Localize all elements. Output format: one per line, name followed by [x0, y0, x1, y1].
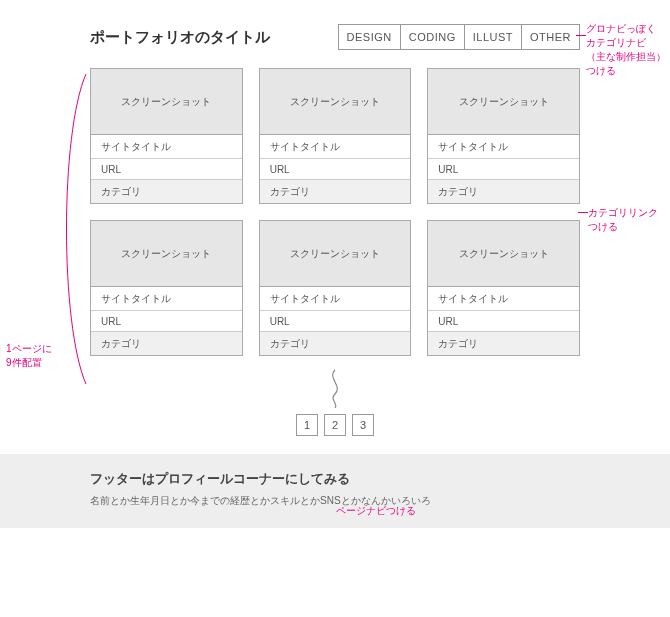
- footer: フッターはプロフィールコーナーにしてみる 名前とか生年月日とか今までの経歴とかス…: [0, 454, 670, 528]
- site-title: サイトタイトル: [428, 287, 579, 311]
- site-url: URL: [260, 159, 411, 180]
- site-title: サイトタイトル: [428, 135, 579, 159]
- site-url: URL: [91, 159, 242, 180]
- site-category[interactable]: カテゴリ: [260, 180, 411, 203]
- portfolio-grid: スクリーンショット サイトタイトル URL カテゴリ スクリーンショット サイト…: [90, 68, 580, 356]
- site-title: サイトタイトル: [260, 287, 411, 311]
- page-3[interactable]: 3: [352, 414, 374, 436]
- site-title: サイトタイトル: [91, 135, 242, 159]
- portfolio-card[interactable]: スクリーンショット サイトタイトル URL カテゴリ: [259, 68, 412, 204]
- screenshot-area: スクリーンショット: [428, 221, 579, 287]
- nav-design[interactable]: DESIGN: [338, 24, 401, 50]
- portfolio-card[interactable]: スクリーンショット サイトタイトル URL カテゴリ: [259, 220, 412, 356]
- site-category[interactable]: カテゴリ: [428, 332, 579, 355]
- page-2[interactable]: 2: [324, 414, 346, 436]
- portfolio-card[interactable]: スクリーンショット サイトタイトル URL カテゴリ: [90, 68, 243, 204]
- site-category[interactable]: カテゴリ: [260, 332, 411, 355]
- page-title: ポートフォリオのタイトル: [90, 24, 270, 47]
- screenshot-area: スクリーンショット: [428, 69, 579, 135]
- site-url: URL: [91, 311, 242, 332]
- annotation-nav: グロナビっぽくカテゴリナビ（主な制作担当）つける: [586, 22, 666, 78]
- site-category[interactable]: カテゴリ: [91, 180, 242, 203]
- annotation-grid: 1ページに9件配置: [6, 342, 76, 370]
- portfolio-card[interactable]: スクリーンショット サイトタイトル URL カテゴリ: [427, 220, 580, 356]
- site-url: URL: [428, 159, 579, 180]
- site-url: URL: [260, 311, 411, 332]
- category-nav: DESIGN CODING ILLUST OTHER: [338, 24, 580, 50]
- footer-title: フッターはプロフィールコーナーにしてみる: [90, 470, 580, 488]
- annotation-leader: [576, 35, 586, 36]
- nav-other[interactable]: OTHER: [521, 24, 580, 50]
- screenshot-area: スクリーンショット: [260, 69, 411, 135]
- screenshot-area: スクリーンショット: [91, 221, 242, 287]
- screenshot-area: スクリーンショット: [91, 69, 242, 135]
- annotation-leader: [578, 212, 588, 213]
- pagination: 1 2 3: [90, 414, 580, 436]
- nav-coding[interactable]: CODING: [400, 24, 465, 50]
- portfolio-card[interactable]: スクリーンショット サイトタイトル URL カテゴリ: [427, 68, 580, 204]
- annotation-category: カテゴリリンクつける: [588, 206, 668, 234]
- page-1[interactable]: 1: [296, 414, 318, 436]
- site-category[interactable]: カテゴリ: [91, 332, 242, 355]
- annotation-pager: ページナビつける: [336, 504, 416, 518]
- site-title: サイトタイトル: [91, 287, 242, 311]
- site-title: サイトタイトル: [260, 135, 411, 159]
- site-url: URL: [428, 311, 579, 332]
- continuation-mark: [90, 368, 580, 408]
- footer-subtitle: 名前とか生年月日とか今までの経歴とかスキルとかSNSとかなんかいろいろ: [90, 494, 580, 508]
- site-category[interactable]: カテゴリ: [428, 180, 579, 203]
- screenshot-area: スクリーンショット: [260, 221, 411, 287]
- nav-illust[interactable]: ILLUST: [464, 24, 522, 50]
- portfolio-card[interactable]: スクリーンショット サイトタイトル URL カテゴリ: [90, 220, 243, 356]
